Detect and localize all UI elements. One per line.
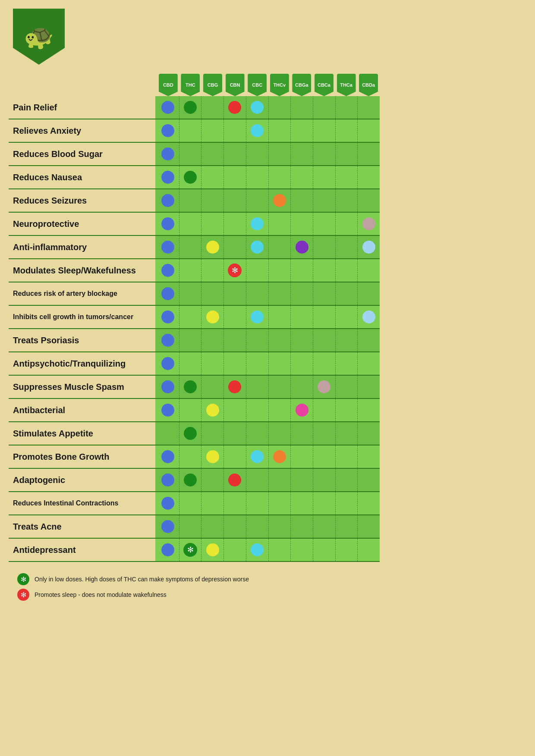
table-row: Reduces Blood Sugar — [9, 143, 380, 166]
cell-r16-c4 — [246, 469, 269, 491]
cell-r18-c4 — [246, 515, 269, 538]
row-label: Antidepressant — [9, 542, 155, 558]
cell-r5-c5 — [269, 213, 291, 235]
cell-r0-c0 — [157, 96, 179, 119]
cell-r10-c2 — [201, 329, 224, 351]
cell-r0-c4 — [246, 96, 269, 119]
indicator-dot — [161, 287, 174, 300]
cell-r16-c5 — [269, 469, 291, 491]
cell-r17-c1 — [179, 492, 202, 514]
cell-r15-c4 — [246, 445, 269, 468]
cell-r18-c7 — [313, 515, 336, 538]
indicator-dot — [161, 450, 174, 463]
indicator-dot — [161, 194, 174, 207]
legend-text: Only in low doses. High doses of THC can… — [35, 576, 249, 583]
cell-r15-c6 — [291, 445, 313, 468]
indicator-dot — [251, 311, 264, 323]
indicator-dot — [228, 380, 241, 393]
row-cells — [155, 166, 380, 188]
cell-r8-c3 — [224, 282, 246, 305]
row-cells — [155, 469, 380, 491]
row-label: Pain Relief — [9, 100, 155, 115]
cell-r18-c2 — [201, 515, 224, 538]
col-label-cbga: CBGa — [292, 74, 311, 96]
turtle-icon: 🐢 — [24, 22, 54, 51]
table-row: Treats Psoriasis — [9, 329, 380, 352]
table-row: Anti-inflammatory — [9, 236, 380, 259]
cell-r9-c8 — [336, 306, 358, 328]
row-label: Relieves Anxiety — [9, 123, 155, 138]
cell-r10-c5 — [269, 329, 291, 351]
cell-r4-c5 — [269, 189, 291, 212]
cell-r1-c0 — [157, 119, 179, 142]
cell-r6-c4 — [246, 236, 269, 258]
cell-r12-c2 — [201, 376, 224, 398]
cell-r9-c5 — [269, 306, 291, 328]
col-label-cbd: CBD — [159, 74, 178, 96]
cell-r11-c7 — [313, 352, 336, 375]
row-label: Inhibits cell growth in tumors/cancer — [9, 310, 155, 323]
cell-r4-c0 — [157, 189, 179, 212]
cell-r13-c7 — [313, 399, 336, 421]
table-row: Reduces risk of artery blockage — [9, 282, 380, 306]
cell-r9-c0 — [157, 306, 179, 328]
cell-r15-c5 — [269, 445, 291, 468]
cell-r12-c6 — [291, 376, 313, 398]
legend-item: ✻Promotes sleep - does not modulate wake… — [17, 589, 371, 601]
indicator-dot — [206, 241, 219, 254]
cell-r13-c4 — [246, 399, 269, 421]
indicator-dot — [161, 380, 174, 393]
indicator-star: ✻ — [228, 264, 242, 277]
row-cells — [155, 96, 380, 119]
row-cells — [155, 515, 380, 538]
row-cells: ✻ — [155, 259, 380, 282]
cell-r6-c0 — [157, 236, 179, 258]
cell-r4-c6 — [291, 189, 313, 212]
cell-r2-c1 — [179, 143, 202, 165]
cell-r16-c1 — [179, 469, 202, 491]
col-header-cbd: CBD — [157, 72, 179, 96]
table-row: Antidepressant✻ — [9, 539, 380, 562]
col-label-cbg: CBG — [203, 74, 222, 96]
row-label: Antibacterial — [9, 402, 155, 418]
cell-r6-c2 — [201, 236, 224, 258]
row-cells — [155, 119, 380, 142]
table-row: Promotes Bone Growth — [9, 445, 380, 469]
cell-r7-c8 — [336, 259, 358, 282]
cell-r9-c2 — [201, 306, 224, 328]
table-row: Neuroprotective — [9, 213, 380, 236]
row-cells — [155, 445, 380, 468]
indicator-dot — [184, 101, 197, 114]
col-label-cbda: CBDa — [359, 74, 378, 96]
cell-r12-c1 — [179, 376, 202, 398]
cell-r3-c7 — [313, 166, 336, 188]
cell-r13-c0 — [157, 399, 179, 421]
cell-r5-c0 — [157, 213, 179, 235]
cell-r0-c8 — [336, 96, 358, 119]
indicator-dot — [184, 171, 197, 184]
table-row: Antibacterial — [9, 399, 380, 422]
indicator-dot — [161, 241, 174, 254]
cell-r17-c6 — [291, 492, 313, 514]
indicator-dot — [362, 241, 375, 254]
cell-r6-c8 — [336, 236, 358, 258]
row-cells — [155, 143, 380, 165]
legend-star-icon: ✻ — [17, 589, 29, 601]
row-label: Anti-inflammatory — [9, 239, 155, 255]
cell-r7-c6 — [291, 259, 313, 282]
row-cells — [155, 492, 380, 514]
cell-r19-c7 — [313, 539, 336, 561]
indicator-dot — [161, 124, 174, 137]
cell-r12-c7 — [313, 376, 336, 398]
cell-r3-c5 — [269, 166, 291, 188]
cell-r11-c6 — [291, 352, 313, 375]
cell-r9-c7 — [313, 306, 336, 328]
indicator-dot — [184, 380, 197, 393]
indicator-dot — [228, 101, 241, 114]
cell-r14-c9 — [358, 422, 380, 445]
row-cells — [155, 399, 380, 421]
cell-r12-c8 — [336, 376, 358, 398]
cell-r0-c2 — [201, 96, 224, 119]
cell-r14-c6 — [291, 422, 313, 445]
indicator-dot — [161, 311, 174, 323]
